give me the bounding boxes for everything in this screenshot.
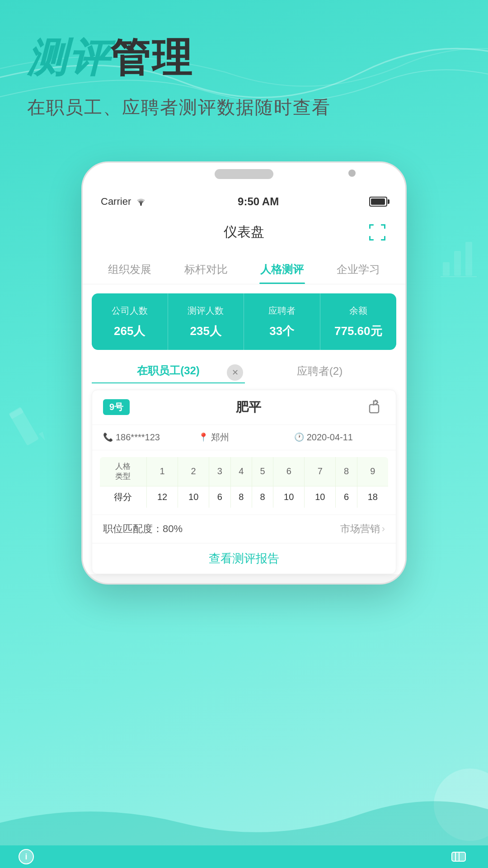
- location-text: 郑州: [211, 431, 229, 443]
- status-battery: [369, 197, 387, 207]
- status-bar: Carrier 9:50 AM: [83, 190, 405, 213]
- p-type-9: 9: [357, 457, 388, 486]
- employee-card: 9号 肥平 📞 186****123: [92, 390, 396, 574]
- stat-label-evaluated: 测评人数: [173, 304, 239, 317]
- tab-item-learning[interactable]: 企业学习: [320, 256, 397, 284]
- dashboard-title: 仪表盘: [121, 223, 367, 241]
- bottom-band: i: [0, 845, 488, 868]
- card-header: 9号 肥平: [92, 390, 396, 425]
- p-type-3: 3: [209, 457, 230, 486]
- stat-value-applicant: 33个: [249, 323, 315, 339]
- phone-number: 186****123: [116, 432, 160, 443]
- stat-value-evaluated: 235人: [173, 323, 239, 339]
- card-info-row: 📞 186****123 📍 郑州 🕐 2020-04-11: [92, 425, 396, 450]
- score-3: 6: [209, 486, 230, 508]
- svg-text:i: i: [25, 852, 27, 861]
- header-section: 测评管理 在职员工、应聘者测评数据随时查看: [0, 0, 488, 134]
- p-type-8: 8: [336, 457, 357, 486]
- p-type-6: 6: [273, 457, 305, 486]
- stats-grid: 公司人数 265人 测评人数 235人 应聘者 33个 余额 775.60元: [92, 293, 396, 350]
- phone-mockup: Carrier 9:50 AM 仪表盘: [81, 161, 407, 585]
- date-text: 2020-04-11: [307, 432, 353, 443]
- phone-notch-bar: [83, 163, 405, 190]
- scan-icon[interactable]: [367, 222, 387, 242]
- personality-table-wrapper: 人格类型 1 2 3 4 5 6 7 8 9 得分: [92, 450, 396, 515]
- phone-container: Carrier 9:50 AM 仪表盘: [0, 161, 488, 585]
- personality-type-row: 人格类型 1 2 3 4 5 6 7 8 9: [100, 457, 389, 486]
- score-7: 10: [305, 486, 336, 508]
- tab-item-benchmark[interactable]: 标杆对比: [168, 256, 244, 284]
- phone-icon: 📞: [103, 432, 113, 442]
- deco-circle-br: [434, 769, 488, 841]
- info-date: 🕐 2020-04-11: [294, 431, 385, 443]
- personality-score-row: 得分 12 10 6 8 8 10 10 6 18: [100, 486, 389, 508]
- score-5: 8: [252, 486, 273, 508]
- stat-cell-company: 公司人数 265人: [92, 293, 168, 350]
- sub-tab-applicants[interactable]: 应聘者(2): [243, 359, 396, 383]
- battery-fill: [371, 198, 385, 205]
- sub-tab-employees[interactable]: 在职员工(32): [92, 359, 245, 383]
- clock-icon: 🕐: [294, 432, 304, 442]
- stat-label-company: 公司人数: [96, 304, 163, 317]
- stat-value-company: 265人: [96, 323, 163, 339]
- bottom-right-icon: [447, 849, 470, 865]
- bottom-left-icon: i: [18, 849, 41, 865]
- score-label: 得分: [100, 486, 147, 508]
- personality-type-label: 人格类型: [100, 457, 147, 486]
- svg-rect-16: [370, 405, 379, 413]
- match-row: 职位匹配度：80% 市场营销 ›: [92, 515, 396, 543]
- stat-cell-balance: 余额 775.60元: [320, 293, 397, 350]
- carrier-text: Carrier: [101, 196, 131, 208]
- stat-label-balance: 余额: [325, 304, 392, 317]
- svg-rect-15: [384, 236, 385, 241]
- main-title: 测评管理: [27, 36, 461, 80]
- match-dept[interactable]: 市场营销 ›: [340, 522, 385, 536]
- score-9: 18: [357, 486, 388, 508]
- info-phone: 📞 186****123: [103, 431, 194, 443]
- stat-cell-evaluated: 测评人数 235人: [168, 293, 244, 350]
- tabs-row: 组织发展 标杆对比 人格测评 企业学习: [83, 251, 405, 284]
- subtitle: 在职员工、应聘者测评数据随时查看: [27, 94, 461, 121]
- info-location: 📍 郑州: [198, 431, 289, 443]
- p-type-1: 1: [146, 457, 178, 486]
- score-2: 10: [178, 486, 209, 508]
- phone-notch-pill: [215, 169, 273, 179]
- card-num-badge: 9号: [103, 399, 130, 415]
- svg-point-7: [140, 204, 142, 206]
- sub-tabs: 在职员工(32) ✕ 应聘者(2): [92, 359, 396, 383]
- score-8: 6: [336, 486, 357, 508]
- status-time: 9:50 AM: [238, 195, 279, 208]
- p-type-4: 4: [230, 457, 252, 486]
- p-type-7: 7: [305, 457, 336, 486]
- match-text: 职位匹配度：80%: [103, 522, 183, 536]
- view-report-label: 查看测评报告: [209, 551, 279, 566]
- p-type-2: 2: [178, 457, 209, 486]
- tab-item-org[interactable]: 组织发展: [92, 256, 168, 284]
- dashboard-header: 仪表盘: [83, 213, 405, 251]
- tab-item-personality[interactable]: 人格测评: [244, 256, 320, 284]
- location-icon: 📍: [198, 432, 208, 442]
- phone-content: 仪表盘 组织发展 标杆对比: [83, 213, 405, 574]
- phone-notch-dot: [348, 170, 356, 177]
- chevron-right-icon: ›: [382, 523, 385, 535]
- card-name: 肥平: [130, 399, 367, 416]
- status-carrier: Carrier: [101, 196, 147, 208]
- share-icon[interactable]: [367, 398, 385, 416]
- stat-value-balance: 775.60元: [325, 323, 392, 339]
- score-6: 10: [273, 486, 305, 508]
- dept-text: 市场营销: [340, 522, 380, 536]
- sub-tab-close-btn[interactable]: ✕: [227, 364, 243, 381]
- stat-cell-applicant: 应聘者 33个: [244, 293, 320, 350]
- score-1: 12: [146, 486, 178, 508]
- score-4: 8: [230, 486, 252, 508]
- personality-table: 人格类型 1 2 3 4 5 6 7 8 9 得分: [99, 457, 389, 508]
- wifi-icon: [135, 197, 147, 206]
- title-part1: 测评: [27, 35, 110, 80]
- stat-label-applicant: 应聘者: [249, 304, 315, 317]
- svg-rect-9: [369, 224, 371, 229]
- svg-rect-13: [369, 236, 371, 241]
- view-report-button[interactable]: 查看测评报告: [92, 543, 396, 574]
- title-part2: 管理: [110, 35, 193, 80]
- p-type-5: 5: [252, 457, 273, 486]
- svg-rect-11: [384, 224, 385, 229]
